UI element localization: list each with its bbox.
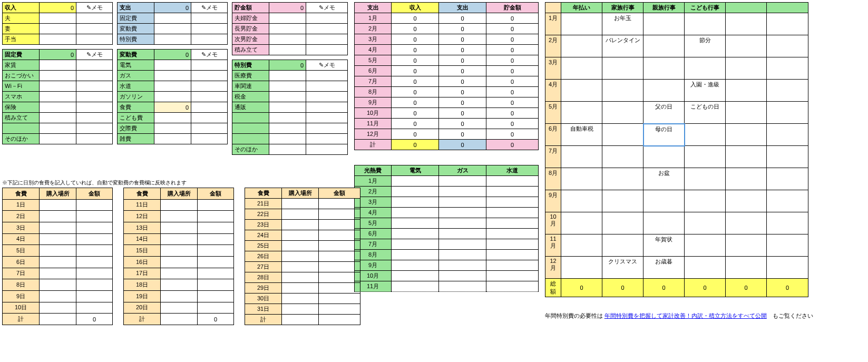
food-days-1: 食費購入場所金額1日2日3日4日5日6日7日8日9日10日計0 xyxy=(2,188,113,322)
variable-table: 変動費0✎メモ 電気 ガス 水道 ガソリン 食費0 こども費 交際費 雑費 xyxy=(117,49,228,144)
special-cost-link[interactable]: 年間特別費を把握して家計改善！内訳・積立方法をすべて公開 xyxy=(604,312,767,319)
special-table: 特別費0✎メモ 医療費 車関連 税金 通販 そのほか xyxy=(232,60,348,155)
income-table: 収入0✎メモ 夫 妻 手当 xyxy=(2,2,113,45)
savings-table: 貯金額0✎メモ 夫婦貯金 長男貯金 次男貯金 積み立て xyxy=(232,2,348,55)
events-table: 年払い家族行事親族行事こども行事1月お年玉2月バレンタイン節分3月4月入園・進級… xyxy=(545,2,808,297)
utility-table: 光熱費電気ガス水道1月2月3月4月5月6月7月8月9月10月11月 xyxy=(354,165,539,292)
link-row: 年間特別費の必要性は 年間特別費を把握して家計改善！内訳・積立方法をすべて公開 … xyxy=(545,312,813,320)
expense-table: 支出0✎メモ 固定費 変動費 特別費 xyxy=(117,2,228,45)
fixed-table: 固定費0✎メモ 家賃 おこづかい Wi－Fi スマホ 保険 積み立て そのほか xyxy=(2,49,113,144)
food-days-3: 食費購入場所金額21日22日23日24日25日26日27日28日29日30日31… xyxy=(245,188,360,322)
food-note: ※下記に日別の食費を記入していれば、自動で変動費の食費欄に反映されます xyxy=(2,179,360,187)
monthly-summary: 支出収入支出貯金額1月0002月0003月0004月0005月0006月0007… xyxy=(354,2,539,150)
food-days-2: 食費購入場所金額11日12日13日14日15日16日17日18日19日20日計0 xyxy=(123,188,234,322)
